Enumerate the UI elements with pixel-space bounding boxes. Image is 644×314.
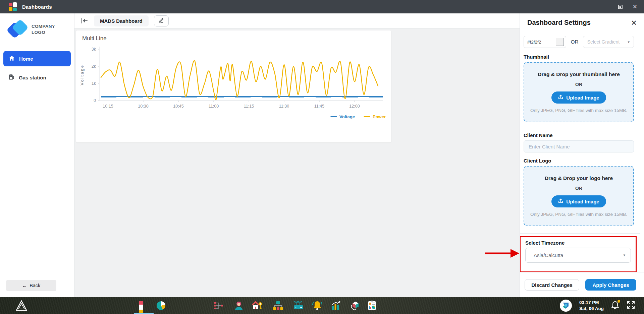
thumbnail-label: Thumbnail	[524, 54, 634, 60]
x-axis-tick: 10:15	[103, 104, 113, 109]
sidebar-item-label: Home	[19, 56, 33, 62]
upload-icon	[558, 95, 563, 101]
chart-card: Multi Line 01k2k3k10:1510:3010:4511:0011…	[76, 30, 391, 142]
upload-thumbnail-button[interactable]: Upload Image	[551, 91, 606, 104]
settings-footer: Discard Changes Apply Changes	[520, 272, 644, 297]
legend-item-voltage[interactable]: Voltage	[330, 114, 355, 119]
upload-logo-button[interactable]: Upload Image	[551, 195, 606, 207]
y-axis-tick: 1k	[92, 81, 96, 86]
y-axis-tick: 0	[94, 98, 96, 103]
or-separator: OR	[575, 82, 582, 87]
settings-title: Dashboard Settings	[527, 19, 591, 26]
legend-item-power[interactable]: Power	[364, 114, 386, 119]
x-axis-tick: 10:30	[138, 104, 148, 109]
clock-time: 03:17 PM	[579, 300, 604, 306]
timezone-select[interactable]: Asia/Calcutta ▾	[525, 248, 631, 263]
legend-marker	[364, 116, 370, 117]
main-content: MADS Dashboard Multi Line 01k2k3k10:1510…	[74, 13, 520, 297]
taskbar-hierarchy-icon[interactable]	[273, 297, 283, 314]
taskbar-pie-chart-icon[interactable]	[157, 297, 165, 314]
close-settings-icon[interactable]: ×	[631, 18, 637, 27]
y-axis-tick: 3k	[92, 47, 96, 52]
notification-dot	[618, 300, 620, 303]
restore-window-icon[interactable]	[616, 2, 625, 11]
multi-line-chart: 01k2k3k10:1510:3010:4511:0011:1511:3011:…	[76, 43, 391, 114]
back-arrow-icon: ←	[22, 283, 27, 288]
discard-changes-button[interactable]: Discard Changes	[525, 279, 579, 291]
clock-date: Sat, 06 Aug	[579, 306, 604, 312]
dashboard-settings-panel: Dashboard Settings × OR Select Gradient …	[520, 13, 644, 297]
client-logo-dropzone[interactable]: Drag & Drop your logo here OR Upload Ima…	[524, 166, 634, 226]
background-color-field	[524, 36, 566, 48]
taskbar-user-icon[interactable]	[234, 297, 244, 314]
company-logo: COMPANY LOGO	[0, 13, 74, 39]
client-name-input[interactable]	[524, 140, 634, 152]
timezone-value: Asia/Calcutta	[534, 252, 563, 258]
color-swatch[interactable]	[556, 38, 564, 46]
client-name-label: Client Name	[524, 132, 634, 138]
taskbar-analytics-icon[interactable]	[331, 297, 341, 314]
x-axis-tick: 11:00	[209, 104, 219, 109]
fullscreen-icon[interactable]	[627, 301, 635, 311]
logo-drop-text: Drag & Drop your logo here	[545, 175, 613, 181]
legend-label: Power	[373, 114, 386, 119]
taskbar-reports-icon[interactable]	[368, 297, 377, 314]
section-divider	[520, 233, 640, 234]
settings-header: Dashboard Settings ×	[520, 13, 644, 32]
legend-marker	[330, 116, 337, 117]
timezone-label: Select Timezone	[525, 240, 631, 246]
fuel-pump-icon	[9, 74, 14, 81]
gradient-placeholder: Select Gradient	[587, 39, 620, 45]
legend-label: Voltage	[339, 114, 355, 119]
taskbar-router-icon[interactable]	[293, 297, 304, 314]
company-logo-text-line1: COMPANY	[32, 23, 55, 29]
taskbar-clock[interactable]: 03:17 PM Sat, 06 Aug	[579, 300, 604, 311]
chevron-down-icon: ▾	[628, 40, 630, 44]
x-axis-tick: 11:30	[279, 104, 289, 109]
gradient-select[interactable]: Select Gradient ▾	[583, 36, 634, 48]
window-title: Dashboards	[22, 4, 52, 10]
back-button[interactable]: ← Back	[6, 280, 56, 291]
apply-changes-button[interactable]: Apply Changes	[585, 279, 636, 291]
color-hex-input[interactable]	[527, 40, 552, 45]
taskbar-flow-diagram-icon[interactable]	[213, 297, 223, 314]
or-separator: OR	[571, 39, 578, 45]
launcher-triangle-icon[interactable]	[15, 297, 28, 314]
sidebar-item-gas-station[interactable]: Gas station	[3, 70, 71, 85]
sidebar-nav: Home Gas station	[0, 51, 74, 85]
tray-notification-bell-icon[interactable]	[611, 301, 619, 311]
upload-button-label: Upload Image	[566, 199, 599, 204]
dashboard-name-chip[interactable]: MADS Dashboard	[94, 15, 149, 26]
chart-title: Multi Line	[76, 30, 391, 42]
x-axis-tick: 11:15	[244, 104, 254, 109]
y-axis-label: Voltage	[80, 64, 85, 85]
window-titlebar: Dashboards ×	[0, 0, 644, 13]
y-axis-tick: 2k	[92, 64, 96, 69]
or-separator: OR	[575, 186, 582, 191]
company-logo-text-line2: LOGO	[32, 29, 55, 36]
logo-hint: Only JPEG, PNG, GIF files with max size …	[530, 212, 627, 217]
timezone-highlight-box: Select Timezone Asia/Calcutta ▾	[520, 236, 637, 272]
taskbar-dashboards-icon[interactable]	[139, 297, 148, 314]
sidebar-item-home[interactable]: Home	[3, 51, 71, 66]
pencil-icon	[158, 17, 164, 24]
thumbnail-drop-text: Drag & Drop your thumbnail here	[538, 71, 620, 77]
company-logo-icon	[8, 20, 27, 39]
thumbnail-dropzone[interactable]: Drag & Drop your thumbnail here OR Uploa…	[524, 62, 634, 122]
brand-logo-icon[interactable]	[560, 300, 572, 312]
home-icon	[9, 55, 15, 62]
edit-dashboard-button[interactable]	[154, 15, 169, 26]
close-window-icon[interactable]: ×	[631, 2, 639, 11]
client-logo-label: Client Logo	[524, 158, 634, 164]
taskbar-home-key-icon[interactable]	[252, 297, 263, 314]
taskbar-cube-icon[interactable]	[350, 297, 361, 314]
back-button-label: Back	[30, 283, 40, 288]
taskbar-notifications-icon[interactable]	[312, 297, 323, 314]
taskbar: 03:17 PM Sat, 06 Aug	[0, 297, 644, 314]
upload-button-label: Upload Image	[566, 95, 599, 101]
x-axis-tick: 10:45	[173, 104, 183, 109]
collapse-sidebar-icon[interactable]	[80, 17, 89, 25]
sidebar-item-label: Gas station	[19, 75, 46, 80]
app-logo-icon	[9, 2, 17, 11]
upload-icon	[558, 198, 563, 204]
